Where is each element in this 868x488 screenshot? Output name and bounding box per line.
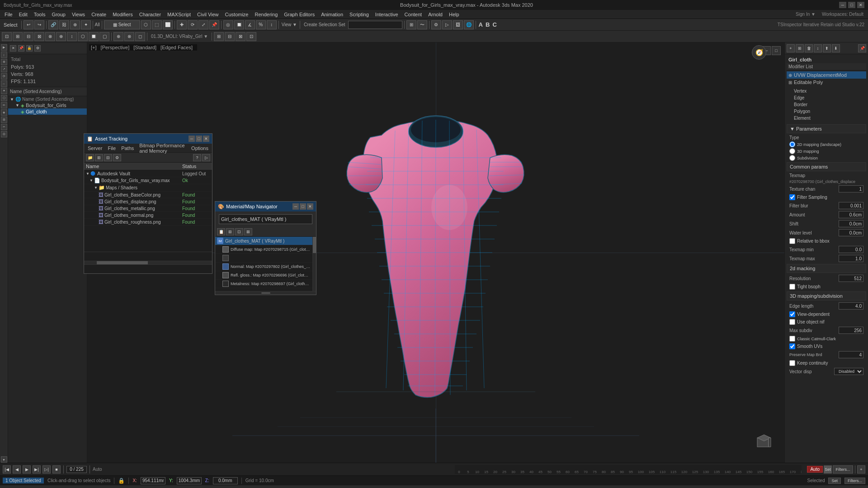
modifier-editpoly[interactable]: ⊞ Editable Poly [787,79,866,86]
timeline-track[interactable]: 0 5 10 15 20 25 30 35 40 45 50 55 60 65 … [455,465,802,474]
filters-btn[interactable]: Filters... [833,465,853,474]
mn-vscroll[interactable] [312,237,316,291]
mn-close[interactable]: ✕ [307,203,313,210]
left-icon-1[interactable]: ▶ [1,44,7,51]
relative-checkbox[interactable] [789,238,795,244]
pin-panel-btn[interactable]: 📌 [18,45,24,52]
resolution-input[interactable] [839,275,863,282]
menu-modifiers[interactable]: Modifiers [110,11,136,18]
rt-btn2[interactable]: ⊞ [796,44,804,52]
mn-scroll[interactable]: M Girl_clothes_MAT ( VRayMtl ) Diffuse m… [215,237,312,291]
filter-sampling-check[interactable] [789,194,795,200]
x-coord-input[interactable] [141,477,165,484]
sign-in[interactable]: Sign In ▼ [793,12,818,17]
menu-graph[interactable]: Graph Editors [281,11,317,18]
rt-btn3[interactable]: 🗑 [805,44,813,52]
mn-maximize[interactable]: □ [300,203,306,210]
menu-arnold[interactable]: Arnold [425,11,445,18]
at-row-bodysuit[interactable]: ▼ 📄 Bodysuit_for_Girls_max_vray.max Ok [84,177,212,184]
menu-rendering[interactable]: Rendering [252,11,281,18]
menu-interactive[interactable]: Interactive [373,11,401,18]
layers-btn[interactable]: ⊞ [406,20,416,29]
menu-create[interactable]: Create [89,11,109,18]
quick-render-btn[interactable]: ▷ [442,20,452,29]
mn-row-metal[interactable]: Metalness: Map #2070298697 (Girl_clothes… [215,280,312,288]
menu-content[interactable]: Content [402,11,425,18]
3d-header[interactable]: 3D mapping/subdivision [787,291,866,300]
filterblur-input[interactable] [839,202,863,209]
tightbsoph-checkbox[interactable] [789,284,795,290]
toolbar2-btn8[interactable]: ⬡ [78,32,88,41]
move-btn[interactable]: ✚ [177,20,187,29]
rt-pin[interactable]: 📌 [858,44,866,52]
at-row-basecolor[interactable]: 🖼 Girl_clothes_BaseColor.png Found [84,192,212,198]
minimize-button[interactable]: ─ [839,2,846,8]
at-btn6[interactable]: ▷ [202,154,210,161]
toolbar2-btn3[interactable]: ⊟ [24,32,33,41]
at-scroll[interactable]: ▼ 🔵 Autodesk Vault Logged Out ▼ 📄 Bodysu… [84,170,212,252]
toolbar2-btn12[interactable]: ⊗ [124,32,134,41]
left-icon-bottom[interactable]: ▼ [1,456,7,463]
smoothuvs-checkbox[interactable] [789,343,795,349]
mn-row-bump[interactable] [215,254,312,263]
toolbar2-btn15[interactable]: ⊟ [225,32,235,41]
settings-panel-btn[interactable]: ⚙ [34,45,41,52]
at-btn2[interactable]: ⊞ [95,154,103,161]
at-menu-paths[interactable]: Paths [119,145,136,151]
selection-set-input[interactable] [348,21,402,29]
mn-resize-handle[interactable] [215,291,316,295]
z-coord-input[interactable] [213,477,238,484]
maximize-button[interactable]: □ [848,2,855,8]
mn-row-gloss[interactable]: Refl. gloss.: Map #2070296696 (Girl_clot… [215,271,312,280]
rt-btn6[interactable]: ⬇ [832,44,840,52]
place-btn[interactable]: 📌 [209,20,219,29]
at-menu-file[interactable]: File [106,145,118,151]
close-button[interactable]: ✕ [857,2,864,8]
common-params-header[interactable]: Common params [787,162,866,171]
viewport-maximize[interactable]: □ [772,46,781,55]
rotate-btn[interactable]: ⟳ [188,20,198,29]
toolbar2-btn13[interactable]: ◻ [135,32,145,41]
params-header[interactable]: ▼ Parameters [787,124,866,133]
left-icon-7[interactable]: ✦ [1,88,7,94]
mat-nav-title[interactable]: 🎨 Material/Map Navigator ─ □ ✕ [215,202,316,211]
set-btn[interactable]: Set [828,478,841,484]
toolbar2-btn11[interactable]: ⊕ [113,32,123,41]
mn-row-normal[interactable]: Normal: Map #2070297802 (Girl_clothes_no… [215,263,312,271]
spinner-btn[interactable]: ↕ [267,20,277,29]
type-3d-radio[interactable]: 3D mapping [787,148,866,155]
auto-key-btn[interactable]: Auto [807,466,823,473]
close-panel-btn[interactable]: ✕ [10,45,16,52]
menu-help[interactable]: Help [446,11,462,18]
curve-btn[interactable]: 〜 [417,20,427,29]
at-row-displace[interactable]: 🖼 Girl_clothes_displace.png Found [84,198,212,205]
left-icon-10[interactable]: ◈ [1,109,7,116]
at-path-input[interactable] [86,266,210,271]
maxsubdiv-input[interactable] [839,327,863,334]
mn-btn3[interactable]: ⊡ [235,228,243,235]
at-hscroll[interactable] [84,261,212,264]
toolbar2-btn5[interactable]: ⊗ [45,32,55,41]
rt-btn1[interactable]: + [787,44,795,52]
toolbar2-btn9[interactable]: 🔲 [89,32,99,41]
mn-row-mat[interactable]: M Girl_clothes_MAT ( VRayMtl ) [215,237,312,245]
at-row-roughness[interactable]: 🖼 Girl_clothes_roughness.png Found [84,219,212,225]
anim-prev-frame[interactable]: ◀ [13,465,21,474]
scene-item-bodysuit[interactable]: ▼ ◈ Bodysuit_for_Girls [8,102,87,108]
rt-btn5[interactable]: ⬆ [823,44,831,52]
percent-btn[interactable]: % [256,20,266,29]
render-setup-btn[interactable]: ⚙ [431,20,441,29]
at-row-maps[interactable]: ▼ 📁 Maps / Shaders [84,184,212,192]
texmapmax-input[interactable] [839,255,863,262]
subobj-vertex[interactable]: Vertex [788,88,864,94]
mn-btn1[interactable]: 📋 [217,228,225,235]
subobj-element[interactable]: Element [788,115,864,122]
mat-editor-c[interactable]: C [491,21,497,28]
toolbar2-btn16[interactable]: ⊠ [236,32,245,41]
at-row-metallic[interactable]: 🖼 Girl_clothes_metallic.png Found [84,205,212,212]
at-menu-options[interactable]: Options [189,145,210,151]
toolbar2-btn2[interactable]: ⊞ [13,32,23,41]
keepcont-checkbox[interactable] [789,360,795,366]
left-icon-9[interactable]: ✏ [1,102,7,108]
menu-character[interactable]: Character [137,11,164,18]
